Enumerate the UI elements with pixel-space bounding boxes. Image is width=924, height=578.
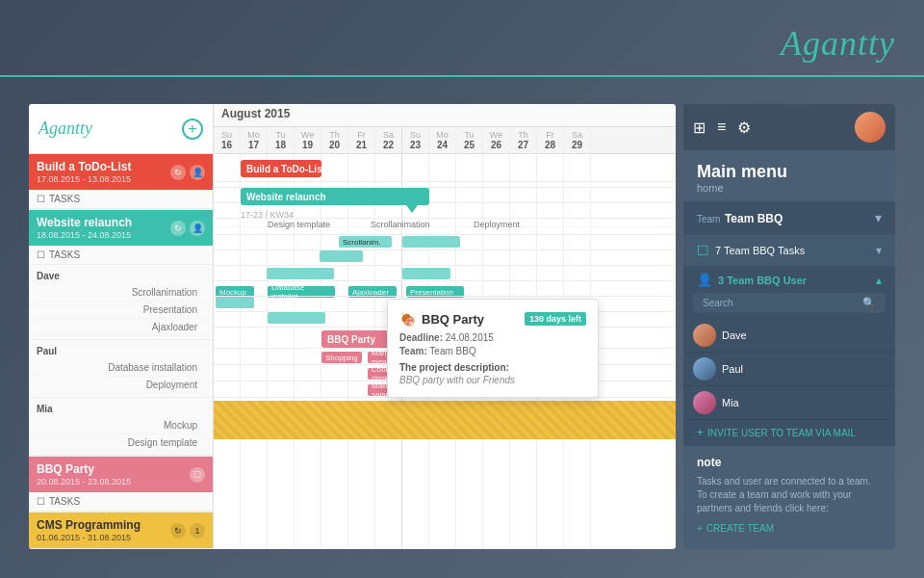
bbq-tooltip: 🍖 BBQ Party 130 days left Deadline: 24.0… <box>387 299 599 398</box>
note-text: Tasks and user are connected to a team. … <box>697 475 882 515</box>
note-title: note <box>697 456 882 469</box>
tasks-count-icon: ☐ <box>697 243 709 258</box>
gantt-panel: Agantty + August 2015 17-23 / KW34 Su16 … <box>29 104 676 549</box>
menu-list-icon[interactable]: ≡ <box>717 118 726 136</box>
main-menu-sub: home <box>697 182 882 194</box>
tasks-count-row[interactable]: ☐ 7 Team BBQ Tasks ▾ <box>683 235 895 266</box>
dave-name: Dave <box>722 329 747 341</box>
mia-avatar <box>693 391 716 414</box>
gantt-logo: Agantty <box>38 118 92 139</box>
bar-todo-label: Build a ToDo-List <box>246 164 325 174</box>
tasks-text-3: TASKS <box>49 496 80 507</box>
users-arrow[interactable]: ▴ <box>876 274 882 287</box>
refresh-icon[interactable]: ↻ <box>170 165 186 180</box>
project-todo-list[interactable]: Build a ToDo-List 17.08.2015 - 13.08.201… <box>29 154 213 210</box>
create-team-button[interactable]: + CREATE TEAM <box>697 523 882 534</box>
person-icon-2[interactable]: 👤 <box>190 221 205 236</box>
project-website[interactable]: Website relaunch 18.08.2015 - 24.08.2015… <box>29 210 213 457</box>
project-bbq-header[interactable]: BBQ Party 20.08.2015 - 23.08.2015 ☐ <box>29 457 213 492</box>
day-22: Sa22 <box>375 127 402 153</box>
project-bbq-name: BBQ Party <box>37 462 131 476</box>
team-label: Team <box>697 214 720 224</box>
user-list-mia[interactable]: Mia <box>683 386 895 420</box>
task-scrollanimation: Scrollanimation <box>37 284 205 302</box>
main-content: Agantty + August 2015 17-23 / KW34 Su16 … <box>29 104 895 549</box>
checkbox-icon-4: ☐ <box>37 496 45 507</box>
sub-shopping: Shopping <box>321 352 362 363</box>
checkbox-icon-3[interactable]: ☐ <box>190 467 205 483</box>
project-cms-date: 01.06.2015 - 31.08.2015 <box>37 533 141 542</box>
bar-website[interactable]: Website relaunch <box>241 188 429 205</box>
team-row[interactable]: Team Team BBQ ▾ <box>697 209 882 226</box>
user-list-paul[interactable]: Paul <box>683 353 895 386</box>
project-cms-icons: ↻ 1 <box>170 523 205 539</box>
team-section: Team Team BBQ ▾ <box>683 201 895 234</box>
create-plus-icon: + <box>697 523 703 534</box>
day-24: Mo24 <box>429 127 456 153</box>
invite-plus-icon: + <box>697 426 704 439</box>
person-icon[interactable]: 👤 <box>190 165 205 180</box>
day-28: Fr28 <box>537 127 564 153</box>
project-bbq[interactable]: BBQ Party 20.08.2015 - 23.08.2015 ☐ ☐ TA… <box>29 457 213 512</box>
users-header-row[interactable]: 👤 3 Team BBQ User ▴ <box>683 267 895 293</box>
checkbox-icon-2: ☐ <box>37 250 45 260</box>
project-website-date: 18.08.2015 - 24.08.2015 <box>37 230 132 240</box>
sub-pres <box>402 236 460 248</box>
tasks-label-website: ☐ TASKS <box>29 246 213 265</box>
user-dave-name: Dave <box>37 268 205 284</box>
project-todo-icons: ↻ 👤 <box>170 165 205 180</box>
project-bbq-date: 20.08.2015 - 23.08.2015 <box>37 477 131 486</box>
top-header: Agantty <box>0 0 924 87</box>
day-19: We19 <box>295 127 321 153</box>
invite-label: INVITE USER TO TEAM VIA MAIL <box>707 428 856 438</box>
right-panel-top: ⊞ ≡ ⚙ <box>683 104 895 150</box>
task-presentation: Presentation <box>37 302 205 319</box>
icon-cms-2[interactable]: 1 <box>190 523 205 539</box>
user-list-dave[interactable]: Dave <box>683 319 895 353</box>
project-bbq-icons: ☐ <box>190 467 205 483</box>
project-todo-date: 17.08.2015 - 13.08.2015 <box>37 174 131 184</box>
project-cms-name: CMS Programming <box>37 518 141 532</box>
user-paul-name: Paul <box>37 343 205 359</box>
project-cms[interactable]: CMS Programming 01.06.2015 - 31.08.2015 … <box>29 512 213 549</box>
user-paul-section: Paul Database installation Deployment <box>29 340 213 398</box>
project-cms-header[interactable]: CMS Programming 01.06.2015 - 31.08.2015 … <box>29 512 213 548</box>
project-website-header[interactable]: Website relaunch 18.08.2015 - 24.08.2015… <box>29 210 213 246</box>
tooltip-team: Team: Team BBQ <box>399 346 586 356</box>
day-23: Su23 <box>402 127 429 153</box>
team-chevron-icon[interactable]: ▾ <box>875 210 882 225</box>
day-18: Tu18 <box>268 127 295 153</box>
checkbox-icon: ☐ <box>37 194 45 204</box>
right-panel: ⊞ ≡ ⚙ Main menu home Team Team BBQ ▾ <box>683 104 895 549</box>
tasks-count-arrow[interactable]: ▾ <box>876 244 882 257</box>
bar-cms[interactable] <box>214 401 676 439</box>
search-icon[interactable]: 🔍 <box>862 297 876 309</box>
menu-settings-icon[interactable]: ⚙ <box>737 118 751 137</box>
sub-mockup2 <box>216 297 254 308</box>
paul-avatar <box>693 357 716 381</box>
note-section: note Tasks and user are connected to a t… <box>683 446 895 543</box>
tooltip-desc: BBQ party with our Friends <box>399 375 586 385</box>
tasks-label-bbq: ☐ TASKS <box>29 492 213 512</box>
menu-grid-icon[interactable]: ⊞ <box>693 118 706 137</box>
day-21: Fr21 <box>348 127 375 153</box>
month-label: August 2015 <box>214 104 676 127</box>
gantt-left-header: Agantty + <box>29 104 214 153</box>
task-ajaxloader: Ajaxloader <box>37 319 205 336</box>
bar-todo[interactable]: Build a ToDo-List <box>241 160 321 177</box>
project-website-icons: ↻ 👤 <box>170 221 205 236</box>
invite-button[interactable]: + INVITE USER TO TEAM VIA MAIL <box>683 420 895 445</box>
project-todo-header[interactable]: Build a ToDo-List 17.08.2015 - 13.08.201… <box>29 154 213 190</box>
task-db: Database installation <box>37 359 205 377</box>
icon-cms-1[interactable]: ↻ <box>170 523 186 539</box>
sub-deploy <box>402 268 450 279</box>
bbq-icon: 🍖 <box>399 311 416 327</box>
search-placeholder: Search <box>703 298 862 308</box>
add-project-button[interactable]: + <box>182 118 203 140</box>
main-menu-title: Main menu <box>697 162 882 182</box>
search-row[interactable]: Search 🔍 <box>693 293 886 313</box>
user-avatar[interactable] <box>855 112 886 143</box>
calendar-header: August 2015 17-23 / KW34 Su16 Mo17 Tu18 … <box>214 104 676 153</box>
app-logo-top: Agantty <box>781 23 895 64</box>
refresh-icon-2[interactable]: ↻ <box>170 221 186 236</box>
